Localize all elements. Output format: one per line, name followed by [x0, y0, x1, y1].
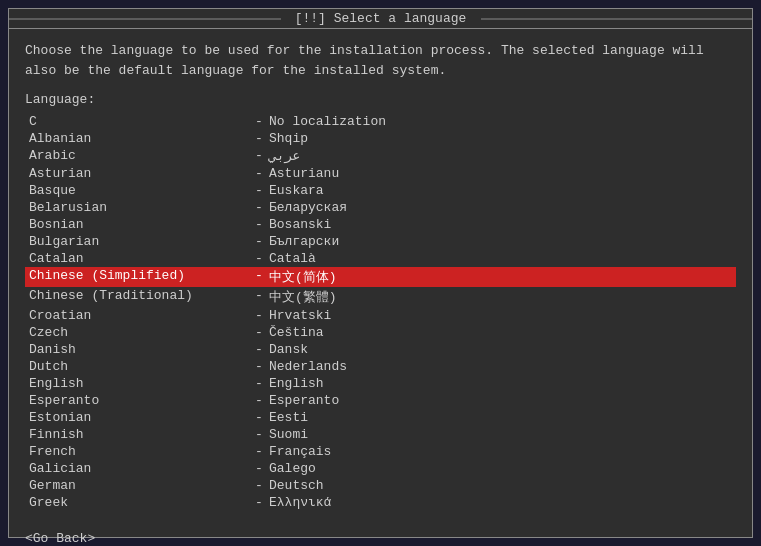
- lang-native: 中文(繁體): [269, 288, 732, 306]
- lang-name: Catalan: [29, 251, 249, 266]
- lang-native: Беларуская: [269, 200, 732, 215]
- lang-native: Dansk: [269, 342, 732, 357]
- list-item[interactable]: French-Français: [25, 443, 736, 460]
- lang-dash: -: [249, 410, 269, 425]
- lang-name: Basque: [29, 183, 249, 198]
- list-item[interactable]: Albanian-Shqip: [25, 130, 736, 147]
- lang-native: Esperanto: [269, 393, 732, 408]
- lang-name: Chinese (Simplified): [29, 268, 249, 286]
- list-item[interactable]: Chinese (Traditional)-中文(繁體): [25, 287, 736, 307]
- lang-native: Euskara: [269, 183, 732, 198]
- lang-name: Greek: [29, 495, 249, 510]
- lang-name: Croatian: [29, 308, 249, 323]
- lang-name: Bulgarian: [29, 234, 249, 249]
- lang-native: Français: [269, 444, 732, 459]
- list-item[interactable]: English-English: [25, 375, 736, 392]
- lang-dash: -: [249, 461, 269, 476]
- list-item[interactable]: Belarusian-Беларуская: [25, 199, 736, 216]
- lang-name: English: [29, 376, 249, 391]
- list-item[interactable]: Danish-Dansk: [25, 341, 736, 358]
- lang-dash: -: [249, 308, 269, 323]
- lang-dash: -: [249, 217, 269, 232]
- lang-native: Eesti: [269, 410, 732, 425]
- lang-name: Albanian: [29, 131, 249, 146]
- lang-dash: -: [249, 478, 269, 493]
- lang-dash: -: [249, 114, 269, 129]
- lang-name: C: [29, 114, 249, 129]
- lang-native: Čeština: [269, 325, 732, 340]
- lang-dash: -: [249, 148, 269, 164]
- lang-name: Dutch: [29, 359, 249, 374]
- lang-dash: -: [249, 268, 269, 286]
- lang-name: Czech: [29, 325, 249, 340]
- lang-dash: -: [249, 200, 269, 215]
- description: Choose the language to be used for the i…: [25, 41, 736, 80]
- lang-dash: -: [249, 234, 269, 249]
- lang-native: Asturianu: [269, 166, 732, 181]
- window-title: [!!] Select a language: [295, 11, 467, 26]
- lang-native: Suomi: [269, 427, 732, 442]
- lang-native: English: [269, 376, 732, 391]
- lang-dash: -: [249, 393, 269, 408]
- lang-native: Galego: [269, 461, 732, 476]
- lang-dash: -: [249, 376, 269, 391]
- list-item[interactable]: Esperanto-Esperanto: [25, 392, 736, 409]
- lang-native: Deutsch: [269, 478, 732, 493]
- lang-name: Finnish: [29, 427, 249, 442]
- lang-name: Arabic: [29, 148, 249, 164]
- list-item[interactable]: German-Deutsch: [25, 477, 736, 494]
- lang-name: Chinese (Traditional): [29, 288, 249, 306]
- description-line2: also be the default language for the ins…: [25, 61, 736, 81]
- language-label: Language:: [25, 92, 736, 107]
- lang-dash: -: [249, 325, 269, 340]
- footer: <Go Back>: [9, 523, 752, 546]
- lang-name: German: [29, 478, 249, 493]
- lang-name: Danish: [29, 342, 249, 357]
- list-item[interactable]: Czech-Čeština: [25, 324, 736, 341]
- lang-native: Bosanski: [269, 217, 732, 232]
- go-back-button[interactable]: <Go Back>: [25, 531, 95, 546]
- lang-native: Hrvatski: [269, 308, 732, 323]
- lang-dash: -: [249, 444, 269, 459]
- list-item[interactable]: Chinese (Simplified)-中文(简体): [25, 267, 736, 287]
- list-item[interactable]: C-No localization: [25, 113, 736, 130]
- lang-dash: -: [249, 166, 269, 181]
- lang-name: Asturian: [29, 166, 249, 181]
- lang-native: Shqip: [269, 131, 732, 146]
- list-item[interactable]: Galician-Galego: [25, 460, 736, 477]
- lang-name: Bosnian: [29, 217, 249, 232]
- lang-native: Български: [269, 234, 732, 249]
- list-container: C-No localizationAlbanian-ShqipArabic-عر…: [25, 113, 736, 511]
- list-item[interactable]: Asturian-Asturianu: [25, 165, 736, 182]
- lang-name: French: [29, 444, 249, 459]
- lang-dash: -: [249, 288, 269, 306]
- list-item[interactable]: Catalan-Català: [25, 250, 736, 267]
- lang-native: Nederlands: [269, 359, 732, 374]
- lang-name: Galician: [29, 461, 249, 476]
- lang-name: Esperanto: [29, 393, 249, 408]
- content-area: Choose the language to be used for the i…: [9, 29, 752, 523]
- list-item[interactable]: Finnish-Suomi: [25, 426, 736, 443]
- lang-dash: -: [249, 251, 269, 266]
- list-item[interactable]: Bosnian-Bosanski: [25, 216, 736, 233]
- list-item[interactable]: Arabic-عربي: [25, 147, 736, 165]
- list-item[interactable]: Dutch-Nederlands: [25, 358, 736, 375]
- list-item[interactable]: Croatian-Hrvatski: [25, 307, 736, 324]
- list-item[interactable]: Basque-Euskara: [25, 182, 736, 199]
- lang-dash: -: [249, 183, 269, 198]
- list-item[interactable]: Greek-Ελληνικά: [25, 494, 736, 511]
- description-line1: Choose the language to be used for the i…: [25, 41, 736, 61]
- lang-dash: -: [249, 427, 269, 442]
- lang-name: Belarusian: [29, 200, 249, 215]
- lang-dash: -: [249, 342, 269, 357]
- lang-dash: -: [249, 495, 269, 510]
- lang-native: عربي: [269, 148, 732, 164]
- lang-native: Català: [269, 251, 732, 266]
- lang-dash: -: [249, 359, 269, 374]
- list-item[interactable]: Bulgarian-Български: [25, 233, 736, 250]
- lang-name: Estonian: [29, 410, 249, 425]
- lang-native: No localization: [269, 114, 732, 129]
- lang-dash: -: [249, 131, 269, 146]
- language-list[interactable]: C-No localizationAlbanian-ShqipArabic-عر…: [25, 113, 736, 511]
- list-item[interactable]: Estonian-Eesti: [25, 409, 736, 426]
